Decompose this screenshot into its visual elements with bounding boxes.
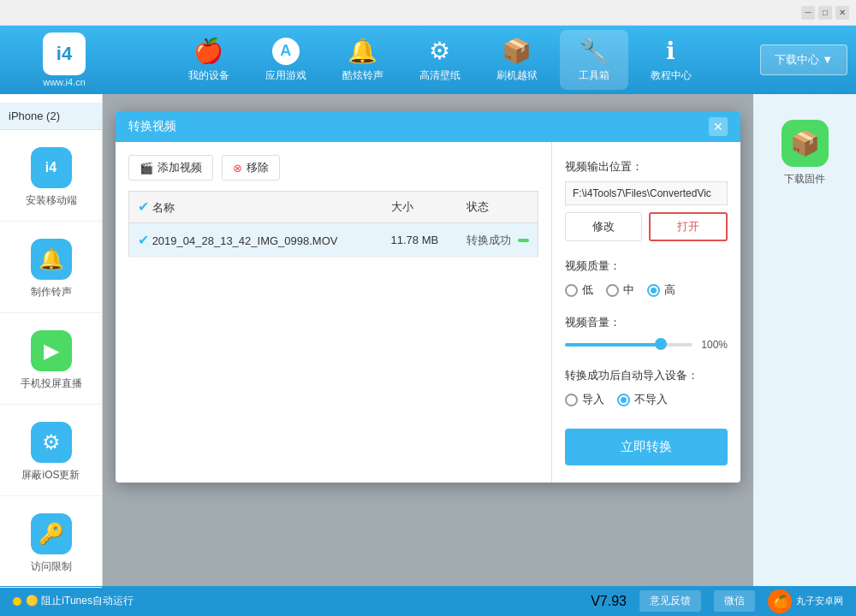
col-size: 大小 xyxy=(383,192,458,223)
import-no-option[interactable]: 不导入 xyxy=(617,392,668,407)
itunes-dot xyxy=(13,597,21,606)
nav-app-game[interactable]: A 应用游戏 xyxy=(252,30,320,90)
convert-button[interactable]: 立即转换 xyxy=(565,429,728,465)
install-icon: i4 xyxy=(31,147,72,188)
volume-slider[interactable] xyxy=(565,343,693,346)
feedback-button[interactable]: 意见反馈 xyxy=(639,590,701,612)
update-sidebar-icon: ⚙ xyxy=(31,422,72,463)
nav-jailbreak[interactable]: 📦 刷机越狱 xyxy=(483,30,551,90)
import-label: 转换成功后自动导入设备： xyxy=(565,368,728,383)
dialog-right-panel: 视频输出位置： F:\i4Tools7\Files\ConvertedVic 修… xyxy=(552,142,740,483)
watermark-text: 丸子安卓网 xyxy=(796,595,843,607)
itunes-status[interactable]: 🟡 阻止iTunes自动运行 xyxy=(13,594,134,608)
import-yes-radio[interactable] xyxy=(565,394,578,406)
sidebar-item-install[interactable]: i4 安装移动端 xyxy=(0,130,102,222)
sidebar-item-install-label: 安装移动端 xyxy=(26,193,77,208)
device-tab[interactable]: iPhone (2) xyxy=(0,103,102,130)
sidebar-item-update[interactable]: ⚙ 屏蔽iOS更新 xyxy=(0,405,102,496)
import-no-radio[interactable] xyxy=(617,394,630,406)
nav-items: 🍎 我的设备 A 应用游戏 🔔 酷炫铃声 ⚙ 高清壁纸 📦 刷机越狱 🔧 工具箱… xyxy=(120,30,760,90)
wechat-button[interactable]: 微信 xyxy=(714,590,755,612)
quality-low-option[interactable]: 低 xyxy=(565,282,593,298)
sidebar-item-access-label: 访问限制 xyxy=(31,560,72,574)
logo-icon: i4 xyxy=(43,33,86,75)
progress-container: 转换成功 xyxy=(467,233,529,248)
sidebar-item-screen[interactable]: ▶ 手机投屏直播 xyxy=(0,313,102,405)
main-content: 转换视频 ✕ 🎬 添加视频 ⊗ xyxy=(103,94,753,586)
volume-slider-row: 100% xyxy=(565,339,728,351)
import-yes-label: 导入 xyxy=(582,392,604,407)
quality-high-option[interactable]: 高 xyxy=(647,282,675,298)
volume-thumb[interactable] xyxy=(655,338,667,350)
quality-radio-group: 低 中 高 xyxy=(565,282,728,298)
watermark: 🍊 丸子安卓网 xyxy=(768,589,843,613)
path-buttons: 修改 打开 xyxy=(565,212,728,241)
minimize-button[interactable]: ─ xyxy=(801,6,815,20)
content-area: iPhone (2) i4 安装移动端 🔔 制作铃声 ▶ 手机投屏直播 ⚙ 屏蔽… xyxy=(0,94,856,586)
import-no-label: 不导入 xyxy=(634,392,668,407)
title-bar: ─ □ ✕ xyxy=(0,0,856,26)
file-size-cell: 11.78 MB xyxy=(383,223,458,258)
tutorial-label: 教程中心 xyxy=(651,68,692,83)
remove-icon: ⊗ xyxy=(233,162,242,175)
toolbox-icon: 🔧 xyxy=(579,37,609,65)
right-sidebar: 📦 下载固件 xyxy=(753,94,856,586)
header-check: ✔ xyxy=(138,199,149,214)
progress-fill xyxy=(518,239,529,242)
file-name-cell: ✔ 2019_04_28_13_42_IMG_0998.MOV xyxy=(129,223,383,258)
jailbreak-icon: 📦 xyxy=(502,37,532,65)
sidebar: iPhone (2) i4 安装移动端 🔔 制作铃声 ▶ 手机投屏直播 ⚙ 屏蔽… xyxy=(0,94,103,586)
volume-label: 视频音量： xyxy=(565,315,728,330)
nav-ringtone[interactable]: 🔔 酷炫铃声 xyxy=(329,30,397,90)
nav-wallpaper[interactable]: ⚙ 高清壁纸 xyxy=(406,30,474,90)
itunes-label: 🟡 阻止iTunes自动运行 xyxy=(26,594,134,608)
open-button[interactable]: 打开 xyxy=(649,212,728,241)
close-button[interactable]: ✕ xyxy=(835,6,849,20)
col-status: 状态 xyxy=(458,192,538,223)
remove-label: 移除 xyxy=(247,160,269,175)
wallpaper-label: 高清壁纸 xyxy=(419,68,461,83)
sidebar-item-ringtone[interactable]: 🔔 制作铃声 xyxy=(0,222,102,313)
file-name: 2019_04_28_13_42_IMG_0998.MOV xyxy=(152,234,338,247)
sidebar-item-access[interactable]: 🔑 访问限制 xyxy=(0,496,102,588)
dialog-body: 🎬 添加视频 ⊗ 移除 xyxy=(116,142,740,483)
dialog-toolbar: 🎬 添加视频 ⊗ 移除 xyxy=(128,155,538,181)
logo-url: www.i4.cn xyxy=(43,77,86,87)
quality-label: 视频质量： xyxy=(565,258,728,274)
quality-high-label: 高 xyxy=(664,282,675,298)
import-section: 转换成功后自动导入设备： 导入 不导入 xyxy=(565,368,728,407)
add-video-button[interactable]: 🎬 添加视频 xyxy=(128,155,213,181)
dialog-left-panel: 🎬 添加视频 ⊗ 移除 xyxy=(116,142,552,483)
toolbox-label: 工具箱 xyxy=(579,68,609,83)
download-label: 下载中心 ▼ xyxy=(775,52,833,68)
nav-tutorial[interactable]: ℹ 教程中心 xyxy=(637,30,705,90)
download-firmware-item[interactable]: 📦 下载固件 xyxy=(782,120,829,187)
row-check-icon: ✔ xyxy=(138,233,149,247)
volume-value: 100% xyxy=(701,339,728,351)
maximize-button[interactable]: □ xyxy=(818,6,832,20)
quality-low-radio[interactable] xyxy=(565,284,578,297)
download-center-button[interactable]: 下载中心 ▼ xyxy=(760,44,847,75)
wallpaper-icon: ⚙ xyxy=(429,37,450,65)
table-row[interactable]: ✔ 2019_04_28_13_42_IMG_0998.MOV 11.78 MB… xyxy=(129,223,538,258)
progress-bar xyxy=(518,239,529,242)
quality-mid-radio[interactable] xyxy=(606,284,619,297)
sidebar-item-ringtone-label: 制作铃声 xyxy=(31,285,72,299)
nav-my-device[interactable]: 🍎 我的设备 xyxy=(175,30,243,90)
sidebar-item-update-label: 屏蔽iOS更新 xyxy=(21,468,80,483)
modify-button[interactable]: 修改 xyxy=(565,212,642,241)
file-status-cell: 转换成功 xyxy=(458,223,538,258)
access-sidebar-icon: 🔑 xyxy=(31,513,72,554)
ringtone-icon: 🔔 xyxy=(348,37,377,65)
dialog-close-button[interactable]: ✕ xyxy=(709,117,728,136)
nav-toolbox[interactable]: 🔧 工具箱 xyxy=(560,30,628,90)
volume-section: 视频音量： 100% xyxy=(565,315,728,351)
quality-high-radio[interactable] xyxy=(647,284,660,297)
jailbreak-label: 刷机越狱 xyxy=(496,68,538,83)
col-name: ✔ 名称 xyxy=(129,192,383,223)
add-video-icon: 🎬 xyxy=(140,162,153,175)
remove-button[interactable]: ⊗ 移除 xyxy=(222,155,280,181)
quality-mid-option[interactable]: 中 xyxy=(606,282,634,298)
import-yes-option[interactable]: 导入 xyxy=(565,392,604,407)
sidebar-item-screen-label: 手机投屏直播 xyxy=(21,376,82,391)
